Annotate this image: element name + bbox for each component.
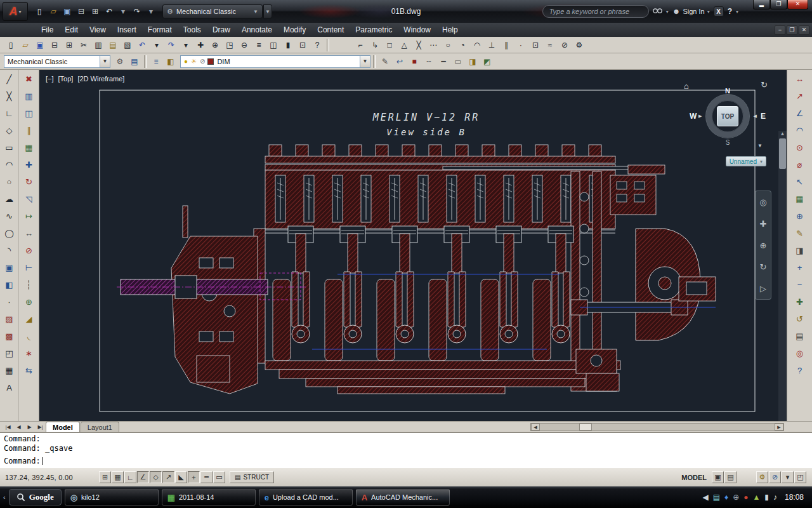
plot-preview-icon[interactable]: ⊞ <box>62 39 76 51</box>
pan-hand-icon[interactable]: ✚ <box>760 219 767 229</box>
ucs-icon[interactable]: ◎ <box>792 346 808 360</box>
viewport-collapse-control[interactable]: [−] <box>46 75 54 83</box>
hidden-icons-chevron[interactable]: ◀ <box>702 493 708 502</box>
mechanical-options-icon[interactable]: ▤ <box>128 55 141 68</box>
tolerance-icon[interactable]: ▦ <box>792 192 808 206</box>
trim-icon[interactable]: ⊘ <box>22 243 37 257</box>
open-icon[interactable]: ▱ <box>18 39 32 51</box>
named-view-box[interactable]: Unnamed ▾ <box>726 156 766 166</box>
ortho-toggle[interactable]: ∟ <box>124 471 136 483</box>
menu-format[interactable]: Format <box>142 23 178 37</box>
workspace-dropdown[interactable]: ⚙ Mechanical Classic ▼ <box>162 4 263 18</box>
security-icon[interactable]: ● <box>743 493 748 502</box>
qat-plot-icon[interactable]: ⊟ <box>75 5 88 18</box>
offset-icon[interactable]: ∥ <box>22 123 37 137</box>
circle-icon[interactable]: ○ <box>2 175 17 189</box>
taskbar-button-date[interactable]: ▦ 2011-08-14 <box>162 489 256 505</box>
undo-icon[interactable]: ↶ <box>135 39 149 51</box>
zoom-window-icon[interactable]: ◳ <box>223 39 237 51</box>
qp-toggle[interactable]: ▭ <box>213 471 225 483</box>
network-icon[interactable]: ▮ <box>764 493 769 502</box>
ellipse-icon[interactable]: ◯ <box>2 226 17 240</box>
taskbar-button-kilo12[interactable]: ◎ kilo12 <box>65 489 159 505</box>
viewport-visual-style-control[interactable]: [2D Wireframe] <box>77 75 124 83</box>
snap-tracking-icon[interactable]: ⌐ <box>353 39 367 51</box>
mirror-icon[interactable]: ◫ <box>22 106 37 120</box>
save-icon[interactable]: ▣ <box>33 39 47 51</box>
dim-angular-icon[interactable]: ∠ <box>792 106 808 120</box>
make-current-layer-icon[interactable]: ✎ <box>378 55 392 68</box>
qat-new-icon[interactable]: ▯ <box>33 5 46 18</box>
mtext-icon[interactable]: A <box>2 380 17 394</box>
chevron-down-icon[interactable]: ▼ <box>100 56 110 67</box>
viewcube-south-label[interactable]: S <box>726 139 730 146</box>
chevron-down-icon[interactable]: ▾ <box>666 9 669 15</box>
qat-open-icon[interactable]: ▱ <box>47 5 60 18</box>
layer-isolate-icon[interactable]: ◨ <box>466 55 480 68</box>
menu-view[interactable]: View <box>84 23 112 37</box>
snap-perpendicular-icon[interactable]: ⊥ <box>485 39 499 51</box>
calculator-icon[interactable]: ⊡ <box>296 39 310 51</box>
zoom-previous-icon[interactable]: ⊖ <box>237 39 251 51</box>
workspace-settings-icon[interactable]: ⚙ <box>113 55 127 68</box>
qat-undo-icon[interactable]: ↶ <box>103 5 115 18</box>
qat-undo-dropdown-icon[interactable]: ▾ <box>117 5 129 18</box>
viewcube-top-face[interactable]: TOP <box>717 106 738 126</box>
orbit-icon[interactable]: ↺ <box>792 312 808 326</box>
explode-icon[interactable]: ∗ <box>22 346 37 360</box>
stretch-icon[interactable]: ↦ <box>22 209 37 223</box>
workspace-combo[interactable]: Mechanical Classic ▼ <box>4 55 110 68</box>
application-menu-button[interactable]: A ▾ <box>3 2 28 21</box>
menu-insert[interactable]: Insert <box>112 23 142 37</box>
erase-icon[interactable]: ✖ <box>22 72 37 86</box>
center-mark-icon[interactable]: ⊕ <box>792 209 808 223</box>
workspace-side-dropdown[interactable]: ▼ <box>263 4 272 18</box>
snap-quadrant-icon[interactable]: ◔ <box>455 39 469 51</box>
snap-endpoint-icon[interactable]: □ <box>383 39 396 51</box>
zoom-tool-icon[interactable]: ⊕ <box>760 241 767 250</box>
make-block-icon[interactable]: ◧ <box>2 277 17 291</box>
menu-edit[interactable]: Edit <box>59 23 84 37</box>
match-properties-icon[interactable]: ▧ <box>121 39 134 51</box>
layer-dropdown[interactable]: ● ☀ ⊘ DIM ▼ <box>180 55 370 68</box>
updates-icon[interactable]: ⊕ <box>733 493 739 502</box>
grid-toggle[interactable]: ▦ <box>112 471 124 483</box>
rotate-icon[interactable]: ↻ <box>22 175 37 189</box>
taskbar-expand-chevron[interactable]: ‹ <box>3 493 6 501</box>
redo-icon[interactable]: ↷ <box>164 39 178 51</box>
dim-diameter-icon[interactable]: ⌀ <box>792 157 808 171</box>
snap-nearest-icon[interactable]: ≈ <box>543 39 557 51</box>
insert-block-icon[interactable]: ▣ <box>2 260 17 274</box>
scroll-left-icon[interactable]: ◀ <box>531 424 540 431</box>
plot-icon[interactable]: ⊟ <box>48 39 62 51</box>
doc-close-button[interactable]: ✕ <box>799 25 809 35</box>
copy-icon[interactable]: ▥ <box>91 39 105 51</box>
region-icon[interactable]: ◰ <box>2 346 17 360</box>
fillet-icon[interactable]: ◟ <box>22 329 37 343</box>
viewcube[interactable]: ⌂ ↻ N S W E ▶ ◀ TOP ▼ <box>698 86 757 146</box>
tool-palettes-icon[interactable]: ▮ <box>281 39 295 51</box>
qat-save-icon[interactable]: ▣ <box>61 5 74 18</box>
tab-layout1[interactable]: Layout1 <box>81 422 119 432</box>
menu-annotate[interactable]: Annotate <box>236 23 278 37</box>
menu-tools[interactable]: Tools <box>178 23 207 37</box>
search-binoculars-icon[interactable] <box>653 7 662 16</box>
menu-window[interactable]: Window <box>398 23 436 37</box>
layer-freeze-sun-icon[interactable]: ☀ <box>191 58 197 65</box>
snap-none-icon[interactable]: ⊘ <box>558 39 572 51</box>
pan-tool-icon[interactable]: ✚ <box>792 295 808 309</box>
tab-last-button[interactable]: ▶| <box>35 422 46 431</box>
model-space-icon[interactable]: ▣ <box>712 471 724 483</box>
zoom-out-icon[interactable]: − <box>792 277 808 291</box>
layout-space-icon[interactable]: ▤ <box>724 471 737 483</box>
volume-icon[interactable]: ♪ <box>773 493 777 502</box>
qat-redo-icon[interactable]: ↷ <box>131 5 143 18</box>
maximize-button[interactable]: ❐ <box>770 0 787 10</box>
move-icon[interactable]: ✚ <box>22 157 37 171</box>
viewcube-east-label[interactable]: E <box>761 112 766 121</box>
viewcube-roll-icon[interactable]: ↻ <box>761 80 768 90</box>
point-icon[interactable]: ∙ <box>2 295 17 309</box>
pan-icon[interactable]: ✚ <box>193 39 207 51</box>
viewcube-rotate-left-icon[interactable]: ▶ <box>698 114 702 119</box>
menu-help[interactable]: Help <box>436 23 464 37</box>
